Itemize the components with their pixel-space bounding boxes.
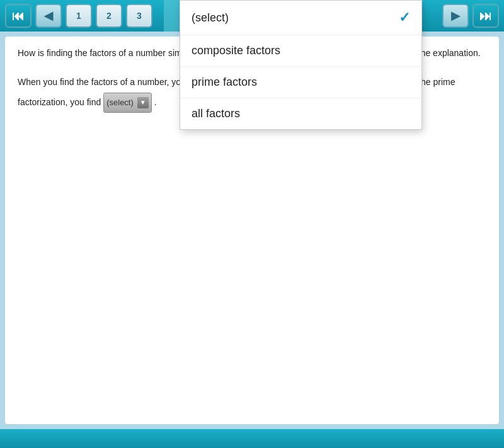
dropdown-option-prime-factors[interactable]: prime factors xyxy=(180,67,421,98)
dropdown-option-composite-factors[interactable]: composite factors xyxy=(180,35,421,67)
dropdown-option-select[interactable]: (select) ✓ xyxy=(180,1,421,35)
dropdown-menu: (select) ✓ composite factors prime facto… xyxy=(180,0,422,130)
dropdown-overlay: (select) ✓ composite factors prime facto… xyxy=(0,0,504,448)
dropdown-option-all-factors[interactable]: all factors xyxy=(180,98,421,129)
checkmark-icon: ✓ xyxy=(399,9,410,26)
